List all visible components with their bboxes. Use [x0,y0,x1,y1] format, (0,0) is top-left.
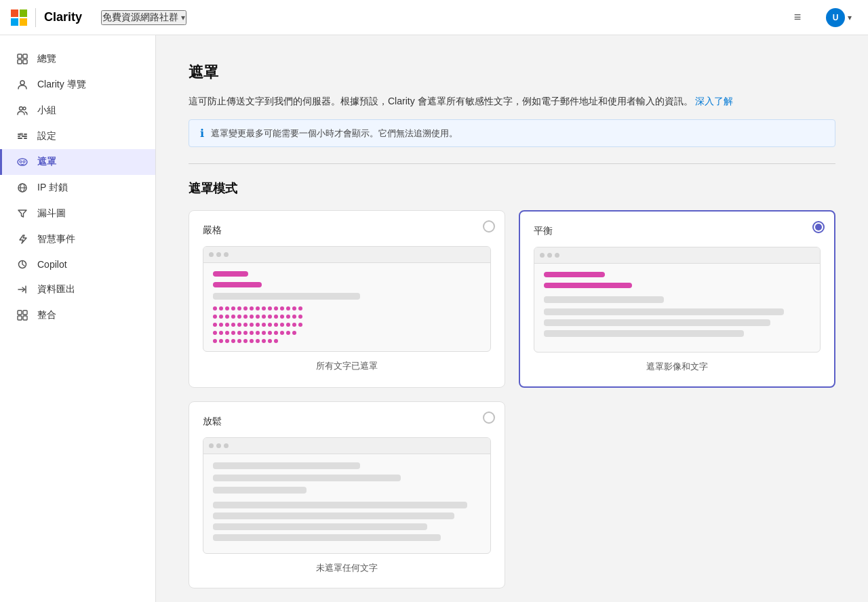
sidebar-label-funnel: 漏斗圖 [37,207,66,220]
svg-rect-12 [24,138,27,139]
mode-card-relaxed-label: 放鬆 [203,416,491,428]
integration-icon [16,310,29,321]
mode-card-relaxed[interactable]: 放鬆 [189,401,505,588]
relaxed-browser-mockup [203,437,491,554]
svg-rect-8 [22,136,27,137]
svg-rect-13 [20,134,22,135]
svg-rect-2 [18,60,22,64]
funnel-icon [16,208,29,219]
sidebar-label-team: 小組 [37,104,56,117]
smart-events-icon [16,234,29,245]
learn-more-link[interactable]: 深入了解 [695,96,733,106]
sidebar-label-masking: 遮罩 [37,156,56,168]
settings-icon [16,131,29,142]
svg-rect-7 [18,134,20,135]
topnav-right: ≡ U ▾ [785,5,857,30]
strict-titlebar [203,247,490,263]
info-banner: ℹ 遮罩變更最多可能需要一個小時才會顯示。它們無法追溯使用。 [189,119,835,147]
svg-rect-11 [18,138,22,139]
ip-block-icon [16,182,29,193]
masking-icon [16,157,29,167]
svg-rect-0 [18,54,22,58]
sidebar-item-integration[interactable]: 整合 [0,302,155,328]
svg-rect-21 [18,310,22,315]
clarity-guide-icon [16,79,29,90]
info-banner-text: 遮罩變更最多可能需要一個小時才會顯示。它們無法追溯使用。 [211,127,458,140]
team-icon [16,105,29,116]
balanced-titlebar [534,247,820,264]
svg-point-6 [23,107,26,110]
balanced-browser-mockup [534,247,821,353]
app-body: 總覽 Clarity 導覽 小組 設定 遮罩 [0,35,868,602]
mode-card-relaxed-radio [483,412,495,424]
relaxed-body [203,454,490,553]
sidebar-label-export: 資料匯出 [37,283,75,296]
svg-point-5 [20,107,23,111]
avatar: U [826,8,845,27]
overview-icon [16,54,29,64]
mode-card-balanced-desc: 遮罩影像和文字 [534,361,821,373]
svg-rect-10 [18,136,20,137]
main-content: 遮罩 這可防止傳送文字到我們的伺服器。根據預設，Clarity 會遮罩所有敏感性… [156,35,868,602]
sidebar-item-copilot[interactable]: Copilot [0,252,155,277]
brand-title: Clarity [44,10,82,24]
mode-card-balanced-label: 平衡 [534,225,821,237]
balanced-body [534,264,820,352]
section-divider [189,163,835,164]
svg-point-16 [20,161,22,163]
svg-point-4 [20,81,24,85]
sidebar-label-overview: 總覽 [37,53,56,65]
relaxed-titlebar [203,438,490,454]
sidebar-item-export[interactable]: 資料匯出 [0,277,155,302]
sidebar-item-funnel[interactable]: 漏斗圖 [0,201,155,226]
topnav: Clarity 免費資源網路社群 ▾ ≡ U ▾ [0,0,868,35]
sidebar-label-clarity-guide: Clarity 導覽 [37,79,86,91]
svg-rect-24 [23,316,27,320]
export-icon [16,284,29,295]
masking-mode-title: 遮罩模式 [189,180,835,197]
sidebar-item-settings[interactable]: 設定 [0,123,155,149]
nav-divider [35,8,36,27]
hamburger-button[interactable]: ≡ [785,5,810,30]
microsoft-logo-group: Clarity [11,8,82,27]
mode-card-relaxed-desc: 未遮罩任何文字 [203,562,491,574]
strict-body [203,263,490,351]
mode-card-strict-radio [483,220,495,233]
community-menu[interactable]: 免費資源網路社群 ▾ [101,10,186,25]
hamburger-icon: ≡ [794,10,802,24]
sidebar-item-masking[interactable]: 遮罩 [0,149,155,175]
mode-card-strict[interactable]: 嚴格 [189,210,505,388]
sidebar-label-ip-block: IP 封鎖 [37,182,68,194]
sidebar-item-ip-block[interactable]: IP 封鎖 [0,175,155,201]
user-avatar-button[interactable]: U ▾ [821,5,857,30]
mode-card-strict-label: 嚴格 [203,224,491,237]
masking-mode-cards: 嚴格 [189,210,835,588]
microsoft-logo [11,9,27,26]
mode-card-balanced[interactable]: 平衡 [519,210,835,388]
sidebar-item-smart-events[interactable]: 智慧事件 [0,226,155,252]
svg-point-17 [23,161,25,163]
community-menu-label: 免費資源網路社群 [102,12,178,24]
page-description-text: 這可防止傳送文字到我們的伺服器。根據預設，Clarity 會遮罩所有敏感性文字，… [189,96,693,106]
sidebar-item-team[interactable]: 小組 [0,98,155,123]
mode-card-strict-desc: 所有文字已遮罩 [203,360,491,372]
avatar-chevron-icon: ▾ [848,13,852,22]
svg-rect-1 [23,54,27,58]
mode-card-balanced-radio [812,221,825,233]
sidebar: 總覽 Clarity 導覽 小組 設定 遮罩 [0,35,156,602]
page-description: 這可防止傳送文字到我們的伺服器。根據預設，Clarity 會遮罩所有敏感性文字，… [189,94,835,108]
sidebar-label-integration: 整合 [37,309,56,321]
strict-dot-grid [213,306,481,343]
svg-rect-23 [18,316,22,320]
sidebar-item-overview[interactable]: 總覽 [0,46,155,72]
strict-browser-mockup [203,246,491,352]
sidebar-item-clarity-guide[interactable]: Clarity 導覽 [0,72,155,98]
sidebar-label-smart-events: 智慧事件 [37,233,75,245]
page-title: 遮罩 [189,62,835,83]
sidebar-label-settings: 設定 [37,130,56,142]
community-menu-chevron-icon: ▾ [181,13,185,22]
svg-rect-22 [23,310,27,315]
sidebar-label-copilot: Copilot [37,259,67,270]
svg-rect-9 [24,134,27,135]
svg-rect-3 [23,60,27,64]
